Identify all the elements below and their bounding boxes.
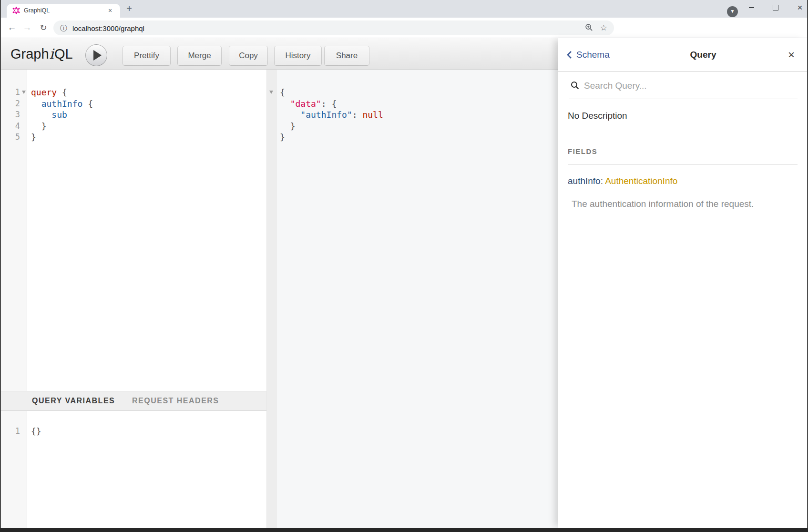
tab-strip: GraphiQL × + ▼ ×: [0, 0, 808, 18]
doc-explorer-panel: Schema Query × No Description FIELDS aut…: [558, 38, 807, 528]
result-line: {: [280, 87, 285, 98]
fold-arrow-icon[interactable]: [22, 91, 26, 94]
doc-search-input[interactable]: [583, 79, 766, 93]
window-minimize-button[interactable]: [740, 0, 762, 15]
history-button[interactable]: History: [275, 46, 321, 65]
result-fold-gutter: [266, 70, 277, 528]
line-number: 5: [1, 132, 20, 143]
query-editor[interactable]: 1 2 3 4 5 query { authInfo { sub } }: [1, 70, 266, 391]
result-line: "data": {: [280, 98, 337, 110]
browser-toolbar: ← → ↻ ⓘ ☆ UO P: [0, 18, 808, 38]
share-button[interactable]: Share: [325, 46, 369, 65]
code-line: }: [31, 121, 47, 132]
page-zoom-icon[interactable]: [585, 23, 593, 31]
chrome-update-indicator-icon[interactable]: ▼: [727, 6, 738, 17]
tab-query-variables[interactable]: QUERY VARIABLES: [32, 391, 115, 410]
variables-title-bar[interactable]: QUERY VARIABLES REQUEST HEADERS: [1, 391, 266, 411]
doc-title: Query: [690, 38, 716, 72]
variables-editor[interactable]: 1 {}: [1, 411, 266, 528]
result-line: }: [280, 132, 285, 143]
site-info-icon[interactable]: ⓘ: [60, 20, 67, 35]
code-line: query {: [31, 87, 67, 98]
tab-request-headers[interactable]: REQUEST HEADERS: [132, 391, 219, 410]
maximize-icon: [773, 5, 778, 10]
tab-close-icon[interactable]: ×: [106, 7, 114, 15]
prettify-button[interactable]: Prettify: [123, 46, 170, 65]
graphiql-toolbar: GraphiQL Prettify Merge Copy History Sha…: [0, 38, 558, 70]
doc-back-link[interactable]: Schema: [567, 38, 610, 72]
copy-button[interactable]: Copy: [229, 46, 267, 65]
doc-back-label: Schema: [576, 50, 610, 60]
minimize-icon: [749, 7, 754, 8]
tab-title: GraphiQL: [24, 4, 50, 18]
code-line: sub: [31, 109, 67, 121]
browser-window: GraphiQL × + ▼ × ← → ↻ ⓘ ☆ UO: [0, 0, 808, 532]
line-number: 4: [1, 121, 20, 132]
fold-arrow-icon[interactable]: [269, 91, 273, 94]
field-name-link[interactable]: authInfo: [568, 176, 601, 186]
back-button[interactable]: ←: [5, 20, 19, 35]
bookmark-star-icon[interactable]: ☆: [600, 20, 607, 35]
code-line: authInfo {: [31, 98, 93, 110]
type-name-link[interactable]: AuthenticationInfo: [605, 176, 677, 186]
result-viewer: { "data": { "authInfo": null } }: [277, 70, 558, 528]
url-input[interactable]: [72, 22, 407, 34]
new-tab-button[interactable]: +: [123, 3, 135, 15]
line-number: 1: [1, 87, 20, 98]
doc-close-button[interactable]: ×: [784, 48, 798, 62]
doc-search-box[interactable]: [569, 72, 798, 99]
address-bar[interactable]: ⓘ ☆: [53, 20, 614, 35]
query-editor-gutter: 1 2 3 4 5: [1, 70, 27, 391]
fields-separator: [568, 164, 798, 165]
reload-button[interactable]: ↻: [36, 20, 51, 35]
window-maximize-button[interactable]: [765, 0, 787, 15]
graphql-favicon-icon: [12, 7, 20, 14]
window-border-bottom: [0, 528, 808, 532]
execute-query-button[interactable]: [85, 44, 107, 66]
variables-editor-gutter: 1: [1, 411, 27, 528]
forward-button[interactable]: →: [20, 20, 34, 35]
merge-button[interactable]: Merge: [178, 46, 221, 65]
search-icon: [571, 81, 579, 90]
result-line: "authInfo": null: [280, 109, 383, 121]
line-number: 3: [1, 109, 20, 121]
field-description: The authentication information of the re…: [572, 197, 754, 211]
chevron-left-icon: [567, 51, 572, 59]
tab-graphiql[interactable]: GraphiQL ×: [7, 4, 120, 18]
window-close-button[interactable]: ×: [789, 0, 808, 15]
doc-field-row: authInfo: AuthenticationInfo: [568, 174, 677, 188]
play-icon: [93, 50, 102, 61]
line-number: 1: [1, 426, 20, 437]
line-number: 2: [1, 98, 20, 110]
no-description-text: No Description: [568, 109, 627, 123]
fields-header: FIELDS: [568, 148, 597, 155]
window-border-left: [0, 0, 1, 532]
variables-line: {}: [31, 426, 41, 437]
graphiql-logo: GraphiQL: [10, 38, 73, 70]
doc-explorer-header: Schema Query ×: [558, 38, 807, 72]
code-line: }: [31, 132, 36, 143]
result-line: }: [280, 121, 296, 132]
